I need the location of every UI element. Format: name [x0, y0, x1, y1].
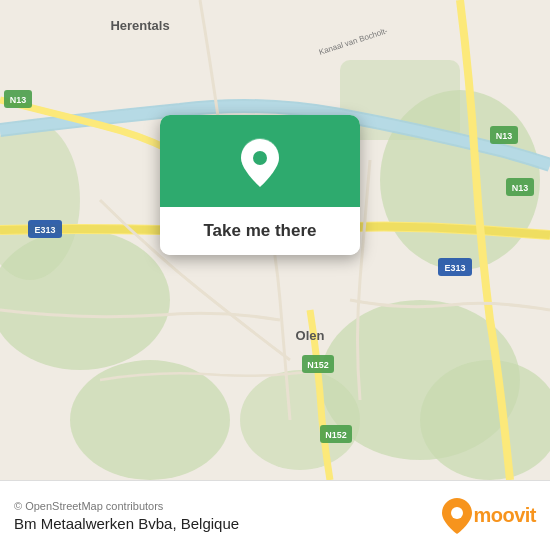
- svg-text:E313: E313: [34, 225, 55, 235]
- svg-text:N152: N152: [307, 360, 329, 370]
- svg-point-7: [240, 370, 360, 470]
- svg-text:Herentals: Herentals: [110, 18, 169, 33]
- moovit-pin-icon: [441, 497, 473, 535]
- footer: © OpenStreetMap contributors Bm Metaalwe…: [0, 480, 550, 550]
- footer-left: © OpenStreetMap contributors Bm Metaalwe…: [14, 500, 239, 532]
- svg-text:N13: N13: [10, 95, 27, 105]
- svg-point-27: [253, 151, 267, 165]
- svg-point-28: [451, 507, 463, 519]
- moovit-logo: moovit: [441, 497, 536, 535]
- svg-point-4: [70, 360, 230, 480]
- location-pin-icon: [238, 137, 282, 189]
- moovit-brand-text: moovit: [473, 504, 536, 527]
- popup-card: Take me there: [160, 115, 360, 255]
- map-container: N13 E313 E313 N13 N13 N152 N152 Herental…: [0, 0, 550, 480]
- svg-text:N152: N152: [325, 430, 347, 440]
- attribution-text: © OpenStreetMap contributors: [14, 500, 239, 512]
- svg-text:N13: N13: [512, 183, 529, 193]
- location-name: Bm Metaalwerken Bvba, Belgique: [14, 515, 239, 532]
- svg-text:E313: E313: [444, 263, 465, 273]
- popup-header: [160, 115, 360, 207]
- svg-text:N13: N13: [496, 131, 513, 141]
- take-me-there-button[interactable]: Take me there: [160, 207, 360, 255]
- svg-text:Olen: Olen: [296, 328, 325, 343]
